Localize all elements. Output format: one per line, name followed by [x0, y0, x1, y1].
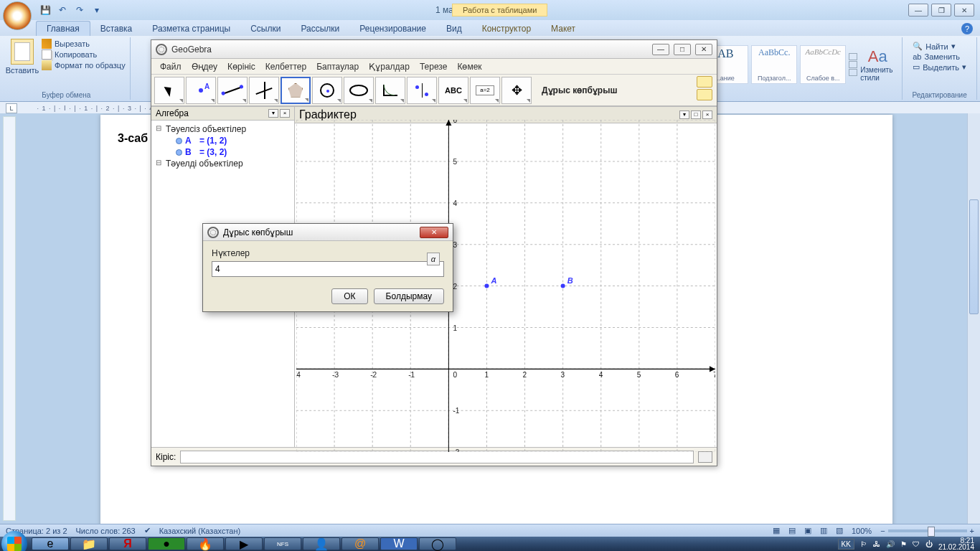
start-button[interactable]	[1, 531, 27, 551]
menu-help[interactable]: Көмек	[453, 60, 486, 73]
vertical-scrollbar[interactable]	[967, 113, 980, 524]
proofing-icon[interactable]: ✔	[144, 526, 151, 535]
paste-button[interactable]: Вставить	[7, 39, 37, 90]
pane-close-icon[interactable]: ×	[702, 110, 712, 119]
tray-volume-icon[interactable]: 🔊	[886, 540, 895, 548]
language-indicator[interactable]: KK	[838, 539, 854, 550]
view-draft-icon[interactable]: ▧	[836, 526, 843, 535]
tab-design[interactable]: Конструктор	[472, 22, 541, 36]
replace-button[interactable]: abЗаменить	[913, 52, 966, 61]
ok-button[interactable]: ОК	[331, 288, 367, 304]
tool-point[interactable]	[186, 77, 216, 104]
menu-file[interactable]: Файл	[156, 60, 186, 73]
zoom-in-icon[interactable]: +	[970, 527, 974, 535]
style-item[interactable]: AaBbCcDcСлабое в...	[800, 45, 846, 84]
tool-perpendicular[interactable]	[249, 77, 279, 104]
pane-window-icon[interactable]: □	[691, 110, 701, 119]
menu-options[interactable]: Баптаулар	[312, 60, 363, 73]
cut-button[interactable]: Вырезать	[42, 39, 126, 49]
cancel-button[interactable]: Болдырмау	[374, 288, 444, 304]
dialog-title-bar[interactable]: Дұрыс көпбұрыш ✕	[203, 224, 453, 241]
close-button[interactable]: ✕	[954, 4, 974, 17]
points-input[interactable]	[212, 261, 444, 277]
gg-close-button[interactable]: ✕	[695, 44, 712, 55]
change-styles-button[interactable]: Aa Изменить стили	[860, 47, 895, 82]
keyboard-icon[interactable]	[698, 451, 712, 463]
tool-line[interactable]	[217, 77, 248, 104]
algebra-tree[interactable]: Тәуелсіз объектілер A = (1, 2) B = (3, 2…	[151, 121, 294, 172]
copy-button[interactable]: Копировать	[42, 50, 126, 60]
alpha-button[interactable]: α	[427, 253, 440, 265]
task-word[interactable]: W	[380, 537, 418, 550]
task-geogebra[interactable]: ◯	[419, 537, 456, 550]
tool-move-view[interactable]: ✥	[501, 77, 532, 104]
tab-references[interactable]: Ссылки	[240, 22, 291, 36]
format-painter-button[interactable]: Формат по образцу	[42, 60, 126, 70]
gg-maximize-button[interactable]: □	[674, 44, 691, 55]
undo-icon[interactable]: ↶	[55, 2, 70, 18]
restore-button[interactable]: ❐	[931, 4, 951, 17]
tab-view[interactable]: Вид	[436, 22, 472, 36]
styles-row-down-icon[interactable]	[849, 61, 857, 68]
menu-edit[interactable]: Өңдеу	[187, 60, 222, 73]
office-button[interactable]	[3, 1, 32, 30]
tray-shield-icon[interactable]: 🛡	[913, 540, 920, 548]
tool-polygon[interactable]	[281, 77, 311, 104]
tool-reflect[interactable]	[407, 77, 437, 104]
tree-dep-objects[interactable]: Тәуелді объектілер	[156, 158, 290, 169]
redo-icon[interactable]: ↷	[72, 2, 88, 18]
task-ie[interactable]: e	[32, 537, 69, 550]
save-icon[interactable]: 💾	[37, 2, 53, 18]
pane-close-icon[interactable]: ×	[280, 109, 290, 118]
select-button[interactable]: ▭Выделить▾	[913, 62, 966, 72]
zoom-out-icon[interactable]: −	[880, 527, 885, 535]
tool-circle[interactable]	[312, 77, 342, 104]
table-tools-tab[interactable]: Работа с таблицами	[452, 4, 547, 17]
menu-perspectives[interactable]: Келбеттер	[261, 60, 311, 73]
vertical-ruler[interactable]	[3, 116, 16, 521]
tray-flag-icon[interactable]: 🏳	[860, 540, 867, 548]
tree-leaf[interactable]: B = (3, 2)	[156, 146, 290, 158]
tab-mailings[interactable]: Рассылки	[291, 22, 349, 36]
task-yandex[interactable]: Я	[109, 537, 146, 550]
input-field[interactable]	[180, 451, 694, 463]
task-nfs[interactable]: NFS	[264, 537, 301, 550]
tab-page-layout[interactable]: Разметка страницы	[142, 22, 240, 36]
tab-home[interactable]: Главная	[36, 21, 90, 36]
tray-power-icon[interactable]: ⏻	[925, 540, 933, 548]
styles-expand-icon[interactable]	[849, 69, 857, 76]
view-outline-icon[interactable]: ▥	[820, 526, 827, 535]
tool-slider[interactable]: a=2	[470, 77, 500, 104]
tab-layout[interactable]: Макет	[541, 22, 585, 36]
tree-leaf[interactable]: A = (1, 2)	[156, 135, 290, 146]
tool-move[interactable]	[154, 77, 184, 104]
status-words[interactable]: Число слов: 263	[76, 527, 136, 535]
minimize-button[interactable]: —	[908, 4, 928, 17]
task-explorer[interactable]: 📁	[70, 537, 108, 550]
task-app[interactable]: 🔥	[187, 537, 224, 550]
task-mail[interactable]: @	[341, 537, 379, 550]
zoom-value[interactable]: 100%	[852, 527, 872, 535]
menu-tools[interactable]: Құралдар	[364, 60, 414, 73]
gg-redo-button[interactable]	[697, 89, 712, 100]
status-language[interactable]: Казахский (Казахстан)	[159, 527, 240, 535]
tray-action-icon[interactable]: ⚑	[900, 540, 907, 548]
tab-insert[interactable]: Вставка	[90, 22, 143, 36]
scrollbar-thumb[interactable]	[969, 199, 979, 314]
pane-toggle-icon[interactable]: ▾	[679, 110, 689, 119]
tab-review[interactable]: Рецензирование	[349, 22, 436, 36]
view-web-icon[interactable]: ▣	[804, 526, 811, 535]
qat-dropdown-icon[interactable]: ▾	[89, 2, 105, 18]
geogebra-title-bar[interactable]: GeoGebra — □ ✕	[151, 40, 717, 59]
tool-text[interactable]: ABC	[438, 77, 468, 104]
task-app[interactable]: 👤	[303, 537, 340, 550]
view-fullscreen-icon[interactable]: ▤	[788, 526, 796, 535]
tool-ellipse[interactable]	[344, 77, 374, 104]
tree-free-objects[interactable]: Тәуелсіз объектілер	[156, 123, 290, 135]
task-media[interactable]: ▶	[225, 537, 263, 550]
pane-toggle-icon[interactable]: ▾	[268, 109, 278, 118]
dialog-close-button[interactable]: ✕	[420, 227, 448, 238]
gg-minimize-button[interactable]: —	[652, 44, 669, 55]
style-item[interactable]: AaBbCc.Подзагол...	[751, 45, 797, 84]
view-print-layout-icon[interactable]: ▦	[773, 526, 780, 535]
